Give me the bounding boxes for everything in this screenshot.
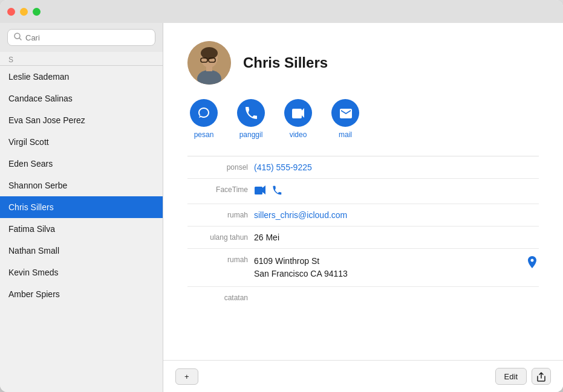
birthday-label: ulang tahun [187,233,248,242]
phone-icon-circle [237,99,265,127]
phone-field-row: ponsel (415) 555-9225 [187,156,539,179]
facetime-video-icon[interactable] [254,185,266,198]
pesan-label: pesan [194,130,214,139]
contact-item[interactable]: Kevin Smeds [0,262,163,283]
phone-label: ponsel [187,162,248,172]
address-field-row: rumah 6109 Winthrop StSan Francisco CA 9… [187,249,539,287]
maximize-button[interactable] [33,8,41,16]
footer-right: Edit [495,368,551,385]
contact-item[interactable]: Eva San Jose Perez [0,109,163,131]
contact-item[interactable]: Leslie Sademan [0,66,163,88]
facetime-phone-icon[interactable] [272,185,282,198]
contact-item[interactable]: Amber Spiers [0,283,163,305]
mail-icon-circle [331,99,359,127]
email-label: rumah [187,210,248,219]
notes-label: catatan [187,293,248,302]
contact-item[interactable]: Fatima Silva [0,218,163,240]
detail-panel: Chris Sillers pesan [163,23,563,392]
action-pesan-button[interactable]: pesan [190,99,218,139]
svg-point-4 [201,47,218,59]
action-panggil-button[interactable]: panggil [237,99,265,139]
footer-left: + [175,368,198,385]
avatar [187,41,231,85]
close-button[interactable] [7,8,15,16]
map-pin-icon[interactable] [526,256,539,275]
birthday-value: 26 Mei [254,233,539,242]
video-label: video [290,130,307,139]
search-icon [14,33,22,42]
action-buttons: pesan panggil [187,99,539,139]
svg-line-1 [19,38,21,40]
email-field-row: rumah sillers_chris@icloud.com [187,204,539,227]
search-container [0,23,163,52]
mail-label: mail [339,130,352,139]
birthday-field-row: ulang tahun 26 Mei [187,227,539,249]
facetime-label: FaceTime [187,185,248,194]
minimize-button[interactable] [20,8,28,16]
svg-rect-9 [206,66,212,71]
titlebar [0,0,563,23]
share-button[interactable] [532,368,551,385]
panggil-label: panggil [239,130,263,139]
contacts-window: S Leslie Sademan Candace Salinas Eva San… [0,0,563,392]
address-value: 6109 Winthrop StSan Francisco CA 94113 [254,255,519,280]
add-button[interactable]: + [175,368,198,385]
detail-footer: + Edit [163,360,563,392]
contacts-list: S Leslie Sademan Candace Salinas Eva San… [0,52,163,392]
detail-content: Chris Sillers pesan [163,23,563,360]
action-video-button[interactable]: video [284,99,312,139]
fields-section: ponsel (415) 555-9225 FaceTime [187,156,539,308]
contact-name: Chris Sillers [243,54,328,71]
contact-item-selected[interactable]: Chris Sillers [0,196,163,218]
action-mail-button[interactable]: mail [331,99,359,139]
search-input[interactable] [25,33,149,42]
address-label: rumah [187,255,248,264]
message-icon-circle [190,99,218,127]
edit-button[interactable]: Edit [495,368,527,385]
contact-item[interactable]: Virgil Scott [0,131,163,153]
email-value[interactable]: sillers_chris@icloud.com [254,210,539,220]
notes-field-row: catatan [187,287,539,308]
main-content: S Leslie Sademan Candace Salinas Eva San… [0,23,563,392]
contact-item[interactable]: Nathan Small [0,240,163,262]
contact-item[interactable]: Candace Salinas [0,88,163,109]
contact-item[interactable]: Eden Sears [0,153,163,175]
contact-item[interactable]: Shannon Serbe [0,175,163,196]
contact-header: Chris Sillers [187,41,539,85]
phone-value[interactable]: (415) 555-9225 [254,162,539,172]
search-box[interactable] [7,29,155,46]
facetime-icons [254,185,282,198]
notes-value [254,293,539,302]
sidebar: S Leslie Sademan Candace Salinas Eva San… [0,23,163,392]
video-icon-circle [284,99,312,127]
section-header-s: S [0,52,163,66]
facetime-field-row: FaceTime [187,179,539,204]
